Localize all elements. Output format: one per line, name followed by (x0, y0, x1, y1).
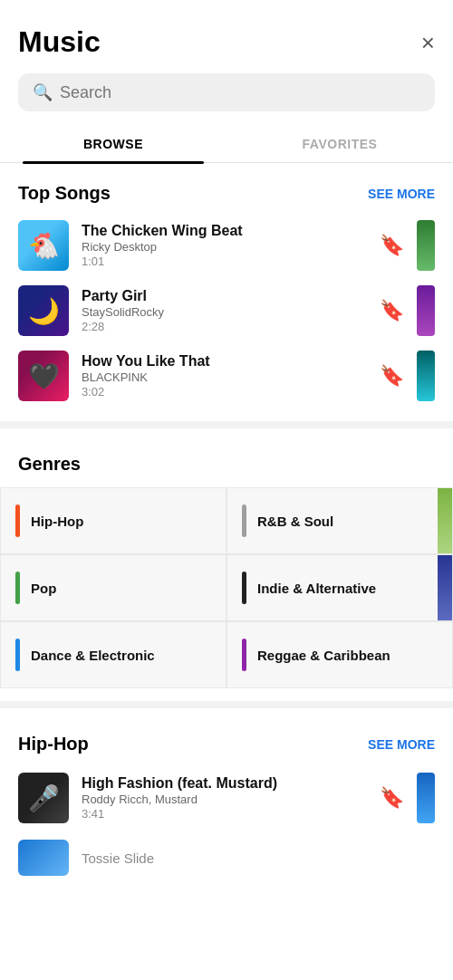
genre-label: Hip-Hop (31, 514, 83, 529)
song-title: Party Girl (82, 288, 367, 304)
side-peek (417, 220, 435, 271)
bookmark-icon[interactable]: 🔖 (380, 299, 404, 322)
genre-color-bar (242, 504, 246, 537)
bookmark-icon[interactable]: 🔖 (380, 786, 404, 810)
song-artist: Roddy Ricch, Mustard (82, 793, 367, 806)
song-duration: 3:02 (82, 385, 367, 399)
song-item[interactable]: 🖤 How You Like That BLACKPINK 3:02 🔖 (0, 343, 453, 408)
genre-item-indie[interactable]: Indie & Alternative (226, 554, 453, 621)
tab-bar: BROWSE FAVORITES (0, 126, 453, 163)
close-icon[interactable]: × (421, 31, 435, 54)
genre-item-reggae[interactable]: Reggae & Caribbean (226, 621, 453, 688)
genre-label: Indie & Alternative (257, 581, 376, 596)
app-header: Music × (0, 0, 453, 70)
tab-favorites[interactable]: FAVORITES (226, 126, 453, 162)
song-artist: BLACKPINK (82, 370, 367, 384)
partial-song-title: Tossie Slide (82, 850, 154, 866)
tab-browse[interactable]: BROWSE (0, 126, 226, 162)
section-separator (0, 701, 453, 708)
side-peek (417, 351, 435, 401)
bookmark-icon[interactable]: 🔖 (380, 364, 404, 388)
song-title: High Fashion (feat. Mustard) (82, 775, 367, 792)
song-info: Party Girl StaySolidRocky 2:28 (82, 288, 367, 333)
thumb-art: 🐔 (18, 220, 69, 271)
search-bar[interactable]: 🔍 (18, 73, 435, 111)
genre-side-peek (438, 555, 453, 620)
genre-label: Reggae & Caribbean (257, 648, 390, 663)
side-peek (417, 285, 435, 336)
genres-title: Genres (18, 454, 81, 475)
song-item[interactable]: 🌙 Party Girl StaySolidRocky 2:28 🔖 (0, 278, 453, 343)
genre-color-bar (15, 572, 20, 604)
genre-label: R&B & Soul (257, 514, 333, 529)
song-duration: 1:01 (82, 255, 367, 268)
genres-grid: Hip-Hop R&B & Soul Pop Indie & Alternati… (0, 484, 453, 692)
hip-hop-title: Hip-Hop (18, 734, 89, 754)
hip-hop-see-more[interactable]: SEE MORE (368, 737, 435, 752)
thumb-art: 🌙 (18, 285, 69, 336)
hip-hop-song-item[interactable]: 🎤 High Fashion (feat. Mustard) Roddy Ric… (0, 764, 453, 832)
song-title: How You Like That (82, 353, 367, 370)
genre-item-pop[interactable]: Pop (0, 554, 226, 621)
top-songs-list: 🐔 The Chicken Wing Beat Ricky Desktop 1:… (0, 213, 453, 412)
genre-color-bar (15, 504, 20, 537)
app-title: Music (18, 25, 101, 59)
song-thumbnail: 🎤 (18, 773, 69, 823)
genre-color-bar (15, 639, 20, 671)
hip-hop-header: Hip-Hop SEE MORE (0, 717, 453, 764)
genre-item-rnb[interactable]: R&B & Soul (226, 487, 453, 554)
genre-item-hiphop[interactable]: Hip-Hop (0, 487, 226, 554)
top-songs-header: Top Songs SEE MORE (0, 167, 453, 213)
song-info: The Chicken Wing Beat Ricky Desktop 1:01 (82, 223, 367, 268)
top-songs-see-more[interactable]: SEE MORE (368, 187, 435, 201)
song-item[interactable]: 🐔 The Chicken Wing Beat Ricky Desktop 1:… (0, 213, 453, 278)
song-thumbnail: 🖤 (18, 351, 69, 401)
genre-label: Dance & Electronic (31, 648, 155, 663)
search-icon: 🔍 (33, 82, 53, 102)
song-info: How You Like That BLACKPINK 3:02 (82, 353, 367, 399)
bookmark-icon[interactable]: 🔖 (380, 234, 404, 257)
song-thumbnail: 🌙 (18, 285, 69, 336)
section-separator (0, 421, 453, 428)
song-thumbnail: 🐔 (18, 220, 69, 271)
thumb-art: 🎤 (18, 773, 69, 823)
genre-color-bar (242, 639, 246, 671)
partial-thumbnail (18, 840, 69, 876)
song-title: The Chicken Wing Beat (82, 223, 367, 239)
side-peek (417, 773, 435, 823)
genre-color-bar (242, 572, 246, 604)
top-songs-title: Top Songs (18, 183, 111, 204)
genre-label: Pop (31, 581, 56, 596)
genre-side-peek (438, 488, 453, 553)
song-artist: StaySolidRocky (82, 305, 367, 319)
genre-item-dance[interactable]: Dance & Electronic (0, 621, 226, 688)
song-duration: 2:28 (82, 320, 367, 333)
song-info: High Fashion (feat. Mustard) Roddy Ricch… (82, 775, 367, 821)
search-input[interactable] (60, 83, 420, 102)
song-duration: 3:41 (82, 807, 367, 821)
thumb-art: 🖤 (18, 351, 69, 401)
genres-header: Genres (0, 437, 453, 484)
partial-song-row: Tossie Slide (0, 832, 453, 883)
song-artist: Ricky Desktop (82, 240, 367, 254)
